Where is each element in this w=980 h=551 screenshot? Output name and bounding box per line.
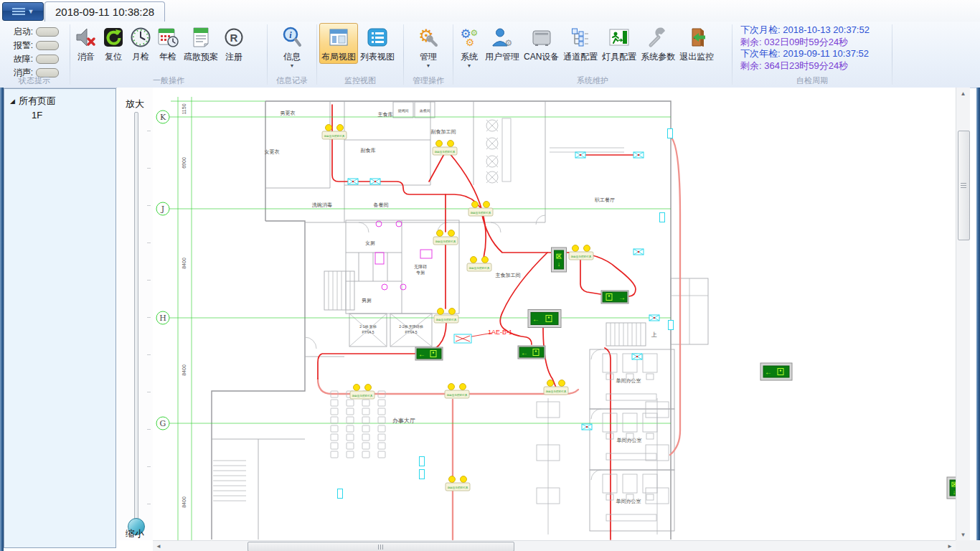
layout-view-button[interactable]: 布局视图 — [319, 23, 358, 64]
lamp-config-button[interactable]: 灯具配置 — [600, 23, 639, 64]
can-device-button[interactable]: CAN设备 — [522, 23, 561, 64]
chair — [347, 451, 354, 458]
zoom-slider-track[interactable] — [134, 112, 138, 522]
emergency-lamp-device[interactable]: 疏散应急照明灯具 — [569, 245, 593, 260]
svg-text:疏散应急照明灯具: 疏散应急照明灯具 — [469, 266, 490, 270]
status-indicator-start — [36, 27, 59, 37]
chair — [331, 451, 338, 458]
room-label: 洗碗消毒 — [311, 202, 332, 208]
vertical-scrollbar[interactable]: ▲ ▼ — [956, 88, 970, 540]
emergency-lamp-device[interactable]: 疏散应急照明灯具 — [468, 202, 493, 217]
exit-sign-device[interactable]: ← — [528, 310, 561, 328]
exit-sign-device[interactable]: ← — [760, 363, 792, 380]
emergency-lamp-device[interactable]: 疏散应急照明灯具 — [433, 141, 457, 156]
lamp-marker-device[interactable] — [575, 152, 585, 158]
emergency-lamp-device[interactable]: 疏散应急照明灯具 — [350, 385, 374, 400]
emergency-lamp-device[interactable]: 疏散应急照明灯具 — [446, 476, 470, 491]
group-label-selfcheck: 自检周期 — [733, 75, 891, 86]
scroll-down-arrow[interactable]: ▼ — [956, 529, 970, 540]
chair — [331, 408, 338, 415]
scroll-left-arrow[interactable]: ◄ — [153, 541, 164, 551]
system-button[interactable]: ⚙⚙⚙ 系统 ▼ — [456, 23, 483, 70]
annual-check-button[interactable]: 年检 — [154, 23, 182, 64]
emergency-lamp-device[interactable]: 疏散应急照明灯具 — [445, 384, 469, 399]
tree-node-1f[interactable]: 1F — [4, 108, 116, 121]
chair — [362, 451, 369, 458]
app-menu-button[interactable]: ▼ — [2, 2, 44, 21]
system-params-button[interactable]: 系统参数 — [639, 23, 677, 64]
wall-marker-device[interactable] — [420, 457, 425, 466]
group-label-views: 监控视图 — [318, 75, 402, 86]
reset-button[interactable]: 复位 — [100, 23, 127, 64]
exit-sign-device[interactable]: 区↓ — [552, 248, 567, 272]
horizontal-scroll-thumb[interactable] — [248, 542, 514, 551]
calendar-clock-icon — [156, 26, 179, 49]
lamp-marker-device[interactable] — [633, 249, 644, 255]
lamp-marker-device[interactable] — [632, 354, 642, 359]
wall-marker-device[interactable] — [660, 213, 665, 222]
emergency-lamp-device[interactable]: 疏散应急照明灯具 — [467, 257, 491, 272]
status-label-start: 启动: — [7, 26, 33, 38]
chair — [362, 408, 369, 415]
group-info: i 信息 ▼ 信息记录 — [268, 22, 316, 88]
chevron-down-icon: ▼ — [290, 63, 295, 69]
user-icon: ⚙ — [491, 26, 514, 49]
lamp-marker-device[interactable] — [582, 424, 592, 430]
group-separator — [403, 24, 404, 85]
chair — [347, 434, 354, 441]
chair — [378, 443, 385, 449]
speaker-mute-icon — [75, 26, 98, 49]
junction-box-device[interactable] — [454, 334, 471, 343]
emergency-lamp-device[interactable]: 疏散应急照明灯具 — [544, 380, 568, 395]
exit-sign-device[interactable]: ← — [518, 346, 545, 359]
chair — [347, 408, 354, 415]
channel-config-button[interactable]: 通道配置 — [561, 23, 600, 64]
status-label-fault: 故障: — [7, 53, 33, 65]
room-label: 烧烤间 — [398, 108, 409, 113]
vertical-scroll-thumb[interactable] — [958, 131, 970, 240]
zoom-in-label: 放大 — [117, 98, 153, 110]
exit-sign-device[interactable]: 区↓ — [947, 477, 956, 499]
wall-marker-device[interactable] — [669, 321, 674, 330]
lamp-marker-device[interactable] — [633, 152, 644, 158]
horizontal-scrollbar[interactable]: ◄ ► — [153, 540, 956, 551]
tab-title: 2018-09-11 10:38:28 — [55, 6, 154, 18]
chevron-down-icon: ▼ — [467, 63, 472, 69]
lamp-marker-device[interactable] — [348, 179, 358, 184]
wall-marker-device[interactable] — [668, 129, 673, 138]
wall-marker-device[interactable] — [420, 470, 425, 479]
evacuation-plan-button[interactable]: 疏散预案 — [182, 23, 220, 64]
svg-text:←: ← — [521, 349, 528, 357]
emergency-lamp-device[interactable]: 疏散应急照明灯具 — [322, 125, 347, 140]
user-management-button[interactable]: ⚙ 用户管理 — [483, 23, 522, 64]
wall-marker-device[interactable] — [338, 489, 343, 499]
manage-button[interactable]: ⚙ 管理 ▼ — [415, 23, 442, 70]
exit-monitor-button[interactable]: 退出监控 — [677, 23, 716, 64]
scroll-right-arrow[interactable]: ► — [944, 541, 956, 551]
svg-text:←: ← — [532, 315, 540, 323]
lamp-marker-device[interactable] — [649, 315, 659, 321]
group-label-manage: 管理操作 — [405, 75, 452, 86]
mute-button[interactable]: 消音 — [72, 23, 100, 64]
room-label: PTN4.5 — [362, 330, 374, 334]
room-label: 副食加工间 — [431, 129, 456, 135]
group-general: 消音 复位 月检 年检 疏散预案 — [71, 22, 266, 88]
room-label: 2-1梯 客梯 — [359, 324, 377, 329]
group-separator — [892, 24, 892, 85]
group-manage: ⚙ 管理 ▼ 管理操作 — [405, 22, 452, 88]
monthly-check-button[interactable]: 月检 — [127, 23, 154, 64]
floorplan-canvas[interactable]: KJHG11506900840084008400男更衣女更衣主食库副食库烧烤间蒸… — [153, 88, 956, 540]
list-view-button[interactable]: 列表视图 — [358, 23, 397, 64]
scroll-up-arrow[interactable]: ▲ — [956, 88, 970, 99]
lamp-marker-device[interactable] — [370, 179, 380, 184]
exit-sign-device[interactable]: → — [601, 291, 628, 303]
exit-sign-device[interactable]: ← — [415, 347, 443, 360]
list-view-icon — [366, 26, 389, 49]
active-tab[interactable]: 2018-09-11 10:38:28 — [44, 1, 165, 22]
tree-expand-icon[interactable]: ◢ — [10, 98, 15, 105]
tree-node-all-pages[interactable]: ◢ 所有页面 — [4, 89, 116, 108]
register-button[interactable]: R 注册 — [220, 23, 248, 64]
emergency-lamp-device[interactable]: 疏散应急照明灯具 — [434, 309, 458, 324]
info-button[interactable]: i 信息 ▼ — [278, 23, 306, 70]
room-label: 副食库 — [361, 148, 376, 154]
